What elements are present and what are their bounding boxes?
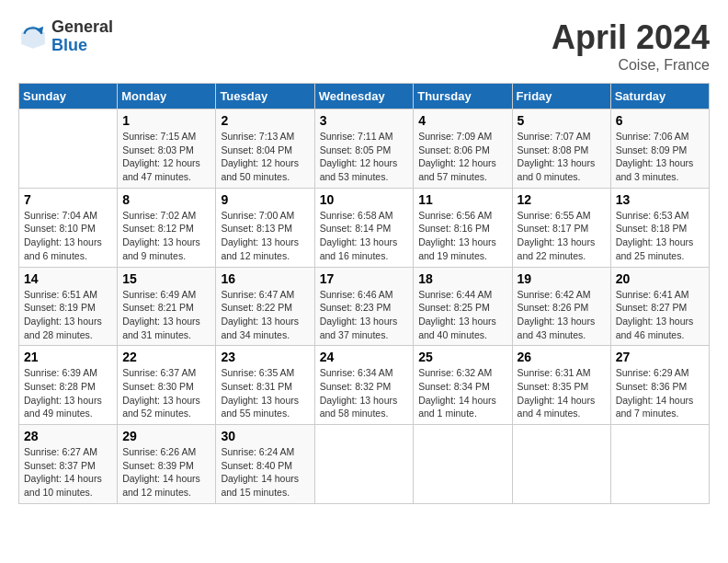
day-cell: 19Sunrise: 6:42 AMSunset: 8:26 PMDayligh…	[512, 267, 610, 346]
day-number: 26	[518, 350, 606, 364]
page-header: General Blue April 2024 Coise, France	[18, 18, 710, 74]
day-info: Sunrise: 6:58 AMSunset: 8:14 PMDaylight:…	[320, 209, 409, 263]
day-cell: 6Sunrise: 7:06 AMSunset: 8:09 PMDaylight…	[610, 109, 709, 189]
day-info: Sunrise: 6:37 AMSunset: 8:30 PMDaylight:…	[122, 366, 210, 420]
week-row-3: 14Sunrise: 6:51 AMSunset: 8:19 PMDayligh…	[19, 267, 710, 346]
day-number: 12	[518, 192, 606, 207]
day-info: Sunrise: 6:29 AMSunset: 8:36 PMDaylight:…	[616, 366, 704, 420]
day-info: Sunrise: 7:15 AMSunset: 8:03 PMDaylight:…	[122, 130, 210, 184]
day-number: 8	[122, 192, 210, 207]
day-number: 14	[24, 271, 112, 286]
day-info: Sunrise: 6:53 AMSunset: 8:18 PMDaylight:…	[616, 209, 704, 263]
day-info: Sunrise: 6:41 AMSunset: 8:27 PMDaylight:…	[616, 288, 704, 342]
day-number: 16	[221, 271, 309, 286]
day-info: Sunrise: 6:46 AMSunset: 8:23 PMDaylight:…	[320, 288, 409, 342]
day-cell: 25Sunrise: 6:32 AMSunset: 8:34 PMDayligh…	[414, 346, 512, 425]
week-row-2: 7Sunrise: 7:04 AMSunset: 8:10 PMDaylight…	[19, 188, 710, 267]
day-cell: 15Sunrise: 6:49 AMSunset: 8:21 PMDayligh…	[118, 267, 216, 346]
day-cell: 12Sunrise: 6:55 AMSunset: 8:17 PMDayligh…	[512, 188, 610, 267]
column-header-thursday: Thursday	[414, 84, 512, 109]
day-cell: 13Sunrise: 6:53 AMSunset: 8:18 PMDayligh…	[610, 188, 709, 267]
day-info: Sunrise: 6:32 AMSunset: 8:34 PMDaylight:…	[418, 366, 506, 420]
title-block: April 2024 Coise, France	[552, 18, 710, 74]
day-number: 17	[320, 271, 409, 286]
day-info: Sunrise: 6:42 AMSunset: 8:26 PMDaylight:…	[518, 288, 606, 342]
day-cell: 1Sunrise: 7:15 AMSunset: 8:03 PMDaylight…	[118, 109, 216, 189]
day-info: Sunrise: 7:09 AMSunset: 8:06 PMDaylight:…	[418, 130, 506, 184]
month-title: April 2024	[552, 18, 710, 57]
day-cell: 2Sunrise: 7:13 AMSunset: 8:04 PMDaylight…	[216, 109, 314, 189]
day-number: 27	[616, 350, 704, 364]
day-number: 18	[418, 271, 506, 286]
day-info: Sunrise: 6:34 AMSunset: 8:32 PMDaylight:…	[320, 366, 409, 420]
day-number: 4	[418, 113, 506, 128]
day-info: Sunrise: 6:51 AMSunset: 8:19 PMDaylight:…	[24, 288, 112, 342]
day-cell: 8Sunrise: 7:02 AMSunset: 8:12 PMDaylight…	[118, 188, 216, 267]
day-number: 5	[518, 113, 606, 128]
day-number: 24	[320, 350, 409, 364]
day-number: 2	[221, 113, 309, 128]
day-info: Sunrise: 6:56 AMSunset: 8:16 PMDaylight:…	[418, 209, 506, 263]
day-number: 11	[418, 192, 506, 207]
week-row-4: 21Sunrise: 6:39 AMSunset: 8:28 PMDayligh…	[19, 346, 710, 425]
day-cell	[610, 425, 709, 504]
column-header-monday: Monday	[118, 84, 216, 109]
day-cell: 4Sunrise: 7:09 AMSunset: 8:06 PMDaylight…	[414, 109, 512, 189]
day-number: 21	[24, 350, 112, 364]
day-number: 3	[320, 113, 409, 128]
day-cell: 21Sunrise: 6:39 AMSunset: 8:28 PMDayligh…	[19, 346, 118, 425]
day-info: Sunrise: 6:27 AMSunset: 8:37 PMDaylight:…	[24, 445, 112, 500]
week-row-1: 1Sunrise: 7:15 AMSunset: 8:03 PMDaylight…	[19, 109, 710, 189]
day-info: Sunrise: 6:55 AMSunset: 8:17 PMDaylight:…	[518, 209, 606, 263]
day-cell: 16Sunrise: 6:47 AMSunset: 8:22 PMDayligh…	[216, 267, 314, 346]
day-info: Sunrise: 6:47 AMSunset: 8:22 PMDaylight:…	[221, 288, 309, 342]
day-number: 23	[221, 350, 309, 364]
day-cell: 22Sunrise: 6:37 AMSunset: 8:30 PMDayligh…	[118, 346, 216, 425]
day-info: Sunrise: 7:13 AMSunset: 8:04 PMDaylight:…	[221, 130, 309, 184]
day-cell: 28Sunrise: 6:27 AMSunset: 8:37 PMDayligh…	[19, 425, 118, 504]
column-header-friday: Friday	[512, 84, 610, 109]
day-number: 7	[24, 192, 112, 207]
column-header-saturday: Saturday	[610, 84, 709, 109]
calendar-table: SundayMondayTuesdayWednesdayThursdayFrid…	[18, 83, 710, 504]
day-info: Sunrise: 7:06 AMSunset: 8:09 PMDaylight:…	[616, 130, 704, 184]
day-cell	[512, 425, 610, 504]
day-info: Sunrise: 7:07 AMSunset: 8:08 PMDaylight:…	[518, 130, 606, 184]
day-number: 25	[418, 350, 506, 364]
day-number: 13	[616, 192, 704, 207]
day-info: Sunrise: 6:24 AMSunset: 8:40 PMDaylight:…	[221, 445, 309, 500]
day-cell: 7Sunrise: 7:04 AMSunset: 8:10 PMDaylight…	[19, 188, 118, 267]
day-info: Sunrise: 6:31 AMSunset: 8:35 PMDaylight:…	[518, 366, 606, 420]
day-number: 10	[320, 192, 409, 207]
day-number: 19	[518, 271, 606, 286]
day-info: Sunrise: 6:35 AMSunset: 8:31 PMDaylight:…	[221, 366, 309, 420]
day-number: 22	[122, 350, 210, 364]
day-cell	[414, 425, 512, 504]
week-row-5: 28Sunrise: 6:27 AMSunset: 8:37 PMDayligh…	[19, 425, 710, 504]
header-row: SundayMondayTuesdayWednesdayThursdayFrid…	[19, 84, 710, 109]
logo-general-text: General	[51, 17, 113, 36]
day-cell: 29Sunrise: 6:26 AMSunset: 8:39 PMDayligh…	[118, 425, 216, 504]
column-header-wednesday: Wednesday	[314, 84, 414, 109]
day-cell: 24Sunrise: 6:34 AMSunset: 8:32 PMDayligh…	[314, 346, 414, 425]
day-info: Sunrise: 7:00 AMSunset: 8:13 PMDaylight:…	[221, 209, 309, 263]
logo-icon	[18, 22, 48, 52]
day-cell: 14Sunrise: 6:51 AMSunset: 8:19 PMDayligh…	[19, 267, 118, 346]
column-header-tuesday: Tuesday	[216, 84, 314, 109]
day-cell: 10Sunrise: 6:58 AMSunset: 8:14 PMDayligh…	[314, 188, 414, 267]
day-number: 15	[122, 271, 210, 286]
location: Coise, France	[552, 57, 710, 74]
day-number: 1	[122, 113, 210, 128]
logo: General Blue	[18, 18, 113, 55]
day-cell: 9Sunrise: 7:00 AMSunset: 8:13 PMDaylight…	[216, 188, 314, 267]
day-cell: 5Sunrise: 7:07 AMSunset: 8:08 PMDaylight…	[512, 109, 610, 189]
day-number: 29	[122, 429, 210, 443]
day-info: Sunrise: 7:04 AMSunset: 8:10 PMDaylight:…	[24, 209, 112, 263]
day-info: Sunrise: 7:02 AMSunset: 8:12 PMDaylight:…	[122, 209, 210, 263]
column-header-sunday: Sunday	[19, 84, 118, 109]
day-cell: 3Sunrise: 7:11 AMSunset: 8:05 PMDaylight…	[314, 109, 414, 189]
day-cell: 11Sunrise: 6:56 AMSunset: 8:16 PMDayligh…	[414, 188, 512, 267]
day-number: 9	[221, 192, 309, 207]
day-info: Sunrise: 6:39 AMSunset: 8:28 PMDaylight:…	[24, 366, 112, 420]
day-number: 30	[221, 429, 309, 443]
